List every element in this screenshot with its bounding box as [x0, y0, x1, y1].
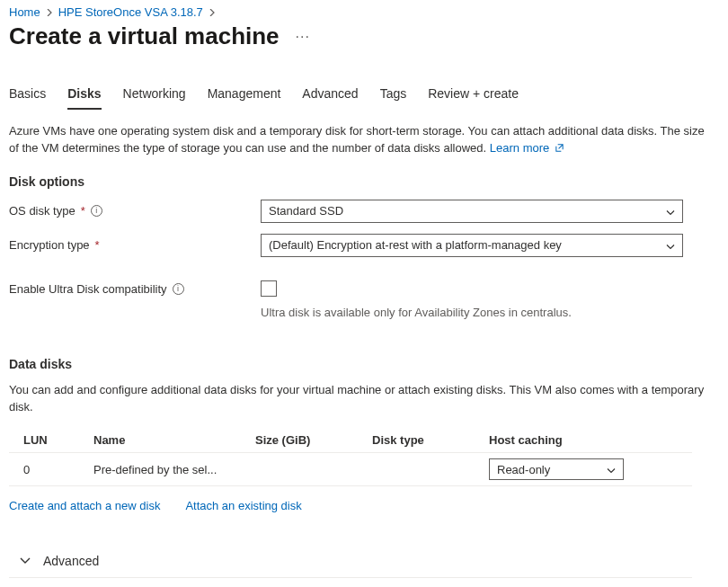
create-attach-disk-link[interactable]: Create and attach a new disk: [9, 499, 160, 512]
encryption-type-value: (Default) Encryption at-rest with a plat…: [269, 238, 562, 252]
ultra-disk-hint: Ultra disk is available only for Availab…: [261, 306, 683, 319]
info-icon[interactable]: i: [173, 283, 184, 295]
breadcrumb-home[interactable]: Home: [9, 5, 40, 19]
os-disk-type-select[interactable]: Standard SSD: [261, 200, 683, 223]
ultra-disk-label: Enable Ultra Disk compatibility i: [9, 280, 261, 296]
col-size: Size (GiB): [255, 433, 372, 447]
learn-more-link[interactable]: Learn more: [490, 141, 564, 155]
encryption-type-select[interactable]: (Default) Encryption at-rest with a plat…: [261, 234, 683, 257]
col-lun: LUN: [13, 433, 93, 447]
ultra-disk-label-text: Enable Ultra Disk compatibility: [9, 282, 167, 296]
page-title: Create a virtual machine: [9, 22, 280, 50]
breadcrumb-product[interactable]: HPE StoreOnce VSA 3.18.7: [58, 5, 203, 19]
advanced-label: Advanced: [43, 554, 99, 568]
required-icon: *: [95, 238, 100, 252]
col-disk-type: Disk type: [372, 433, 489, 447]
learn-more-label: Learn more: [490, 141, 549, 155]
disk-options-title: Disk options: [9, 174, 717, 189]
table-header: LUN Name Size (GiB) Disk type Host cachi…: [9, 428, 692, 453]
chevron-down-icon: [666, 238, 675, 252]
col-host-caching: Host caching: [489, 433, 633, 447]
os-disk-type-label-text: OS disk type: [9, 204, 75, 218]
host-caching-select[interactable]: Read-only: [489, 458, 624, 480]
tab-disks[interactable]: Disks: [67, 83, 101, 110]
encryption-type-label: Encryption type *: [9, 238, 261, 252]
external-link-icon: [555, 141, 564, 158]
data-disks-title: Data disks: [9, 357, 717, 371]
col-name: Name: [93, 433, 255, 447]
chevron-down-icon: [20, 557, 31, 565]
host-caching-value: Read-only: [497, 463, 550, 476]
attach-existing-disk-link[interactable]: Attach an existing disk: [185, 499, 301, 512]
tab-advanced[interactable]: Advanced: [302, 83, 358, 110]
encryption-type-label-text: Encryption type: [9, 238, 90, 252]
required-icon: *: [81, 204, 85, 218]
table-row: 0 Pre-defined by the sel... Read-only: [9, 453, 692, 486]
intro-text: Azure VMs have one operating system disk…: [9, 123, 710, 158]
chevron-right-icon: [46, 9, 53, 16]
os-disk-type-value: Standard SSD: [269, 204, 343, 218]
tabs: Basics Disks Networking Management Advan…: [9, 83, 717, 111]
ultra-disk-checkbox[interactable]: [261, 280, 277, 297]
chevron-right-icon: [209, 9, 216, 16]
advanced-toggle[interactable]: Advanced: [9, 554, 692, 568]
data-disks-descr: You can add and configure additional dat…: [9, 382, 710, 416]
cell-host-caching: Read-only: [489, 458, 633, 480]
cell-name: Pre-defined by the sel...: [93, 463, 237, 476]
cell-lun: 0: [13, 463, 93, 476]
data-disks-table: LUN Name Size (GiB) Disk type Host cachi…: [9, 428, 692, 486]
tab-basics[interactable]: Basics: [9, 83, 46, 110]
tab-review[interactable]: Review + create: [428, 83, 519, 110]
intro-text-body: Azure VMs have one operating system disk…: [9, 124, 705, 155]
tab-management[interactable]: Management: [208, 83, 281, 110]
breadcrumb: Home HPE StoreOnce VSA 3.18.7: [9, 5, 717, 19]
tab-tags[interactable]: Tags: [380, 83, 407, 110]
tab-networking[interactable]: Networking: [123, 83, 186, 110]
os-disk-type-label: OS disk type * i: [9, 204, 261, 218]
chevron-down-icon: [666, 204, 675, 218]
more-actions-button[interactable]: ···: [296, 29, 310, 45]
info-icon[interactable]: i: [91, 205, 102, 217]
chevron-down-icon: [607, 463, 616, 476]
